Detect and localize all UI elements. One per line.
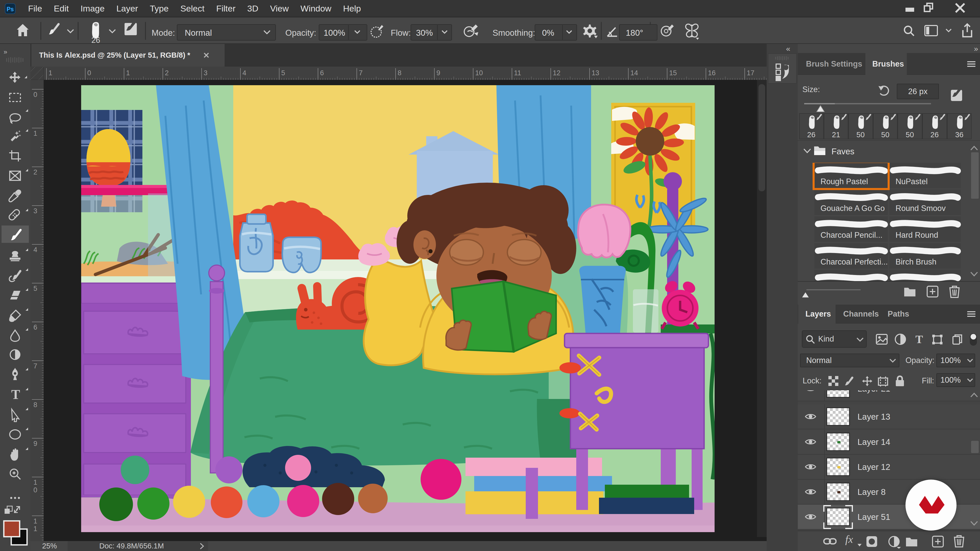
svg-text:16: 16 [708,69,716,77]
svg-text:15: 15 [669,69,677,77]
svg-text:6: 6 [320,69,324,77]
svg-text:13: 13 [592,69,599,77]
svg-text:Normal: Normal [185,28,212,38]
svg-text:8: 8 [398,69,401,77]
svg-text:50: 50 [906,130,914,139]
svg-text:30%: 30% [416,28,433,38]
svg-text:9: 9 [436,69,440,77]
svg-text:180°: 180° [626,28,643,38]
svg-text:4: 4 [242,69,246,77]
svg-text:14: 14 [630,69,638,77]
svg-text:26: 26 [807,130,815,139]
svg-text:11: 11 [514,69,521,77]
svg-text:1: 1 [33,525,37,533]
svg-text:0%: 0% [542,28,554,38]
svg-text:0: 0 [33,91,37,98]
svg-text:6: 6 [33,324,37,331]
svg-text:Opacity:: Opacity: [285,28,316,38]
svg-text:26: 26 [931,130,939,139]
svg-text:2: 2 [165,69,169,77]
svg-text:26: 26 [91,36,100,44]
svg-text:1: 1 [33,478,37,486]
svg-text:T: T [11,387,20,402]
svg-text:1: 1 [48,69,52,77]
svg-text:0: 0 [87,69,91,77]
svg-text:8: 8 [33,401,37,409]
svg-text:0: 0 [33,486,37,494]
svg-text:4: 4 [33,246,37,254]
svg-text:1: 1 [33,517,37,525]
svg-text:50: 50 [881,130,889,139]
svg-text:1: 1 [33,130,37,137]
svg-text:3: 3 [204,69,207,77]
svg-text:7: 7 [359,69,363,77]
svg-text:5: 5 [281,69,285,77]
svg-text:21: 21 [832,130,840,139]
svg-text:1: 1 [126,69,130,77]
svg-text:»: » [3,48,7,56]
svg-text:100%: 100% [324,28,345,38]
svg-text:36: 36 [955,130,963,139]
svg-text:Smoothing:: Smoothing: [493,28,535,38]
svg-text:3: 3 [33,207,37,215]
svg-text:12: 12 [553,69,560,77]
svg-text:5: 5 [33,285,37,292]
svg-text:T: T [915,333,923,346]
svg-text:50: 50 [856,130,865,139]
svg-text:Mode:: Mode: [151,28,175,38]
svg-text:Flow:: Flow: [391,28,411,38]
svg-text:17: 17 [747,69,754,77]
svg-text:10: 10 [475,69,483,77]
svg-text:9: 9 [33,440,37,448]
svg-text:7: 7 [33,362,37,370]
svg-text:2: 2 [33,168,37,176]
